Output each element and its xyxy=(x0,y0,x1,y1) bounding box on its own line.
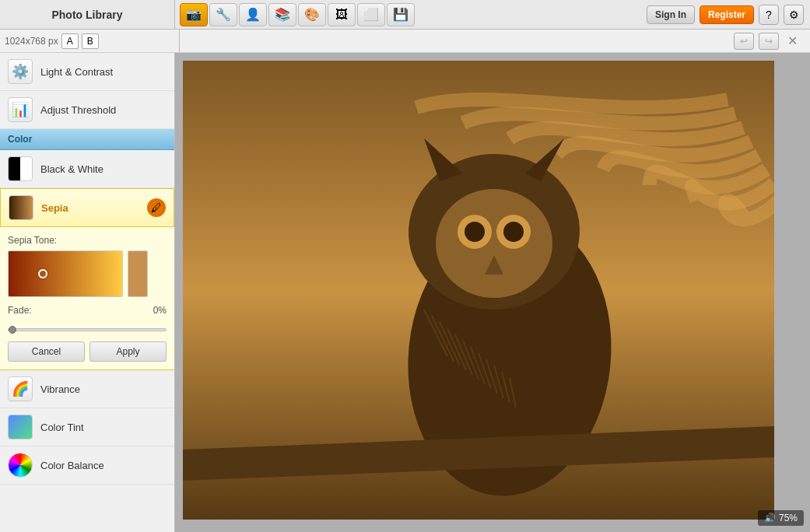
image-size-label: 1024x768 px xyxy=(5,36,58,47)
zoom-value: 75% xyxy=(779,513,798,523)
sidebar-item-color-balance[interactable]: Color Balance xyxy=(0,446,174,485)
toolbar-grid-btn[interactable]: ⬜ xyxy=(357,3,385,26)
toolbar-person-btn[interactable]: 👤 xyxy=(239,3,267,26)
gradient-dot[interactable] xyxy=(38,269,47,278)
adjust-threshold-label: Adjust Threshold xyxy=(40,104,116,116)
toolbar-save-btn[interactable]: 💾 xyxy=(387,3,415,26)
undo-button[interactable]: ↩ xyxy=(734,33,754,50)
vibrance-label: Vibrance xyxy=(40,383,80,395)
sepia-tone-label: Sepia Tone: xyxy=(8,235,167,246)
app-title: Photo Library xyxy=(0,0,175,29)
settings-button[interactable]: ⚙ xyxy=(784,5,804,25)
toolbar: 📷 🔧 👤 📚 🎨 🖼 ⬜ 💾 xyxy=(175,3,647,26)
sidebar-item-sepia[interactable]: Sepia 🖊 xyxy=(0,188,174,227)
sidebar-item-black-white[interactable]: Black & White xyxy=(0,150,174,188)
toolbar-paint-btn[interactable]: 🎨 xyxy=(298,3,326,26)
redo-button[interactable]: ↪ xyxy=(759,33,779,50)
gradient-picker[interactable] xyxy=(8,250,123,297)
color-tint-icon xyxy=(8,415,33,439)
adjust-threshold-icon: 📊 xyxy=(8,97,33,122)
sepia-icon xyxy=(9,195,33,220)
b-button[interactable]: B xyxy=(82,33,99,49)
close-button[interactable]: ✕ xyxy=(784,33,801,50)
color-picker-area xyxy=(8,250,167,297)
color-balance-label: Color Balance xyxy=(40,460,104,471)
sub-bar-left: 1024x768 px A B xyxy=(5,30,180,52)
sepia-panel: Sepia Tone: Fade: 0% Cancel Apply xyxy=(0,227,174,370)
sidebar-item-color-tint[interactable]: Color Tint xyxy=(0,408,174,446)
black-white-label: Black & White xyxy=(40,163,103,175)
cancel-button[interactable]: Cancel xyxy=(8,341,85,362)
fade-slider[interactable] xyxy=(8,328,167,331)
color-section-label: Color xyxy=(8,134,32,145)
sidebar-item-vibrance[interactable]: 🌈 Vibrance xyxy=(0,370,174,408)
fade-label: Fade: xyxy=(8,305,32,316)
sidebar: ⚙️ Light & Contrast 📊 Adjust Threshold C… xyxy=(0,53,175,532)
color-swatch xyxy=(128,250,148,297)
vibrance-icon: 🌈 xyxy=(8,376,33,401)
photo-canvas[interactable] xyxy=(183,61,774,520)
fade-value: 0% xyxy=(153,305,167,316)
sepia-buttons: Cancel Apply xyxy=(8,341,167,362)
signin-button[interactable]: Sign In xyxy=(647,5,695,24)
toolbar-camera-btn[interactable]: 📷 xyxy=(180,3,208,26)
toolbar-tools-btn[interactable]: 🔧 xyxy=(209,3,237,26)
sepia-color-picker-btn[interactable]: 🖊 xyxy=(147,198,166,217)
apply-button[interactable]: Apply xyxy=(89,341,167,362)
sidebar-item-light-contrast[interactable]: ⚙️ Light & Contrast xyxy=(0,53,174,91)
help-button[interactable]: ? xyxy=(759,5,779,25)
image-container xyxy=(183,61,774,520)
fade-row: Fade: 0% xyxy=(8,305,167,316)
zoom-icon: 🔊 xyxy=(764,513,776,523)
a-button[interactable]: A xyxy=(61,33,79,49)
light-contrast-icon: ⚙️ xyxy=(8,59,33,84)
zoom-indicator: 🔊 75% xyxy=(758,510,804,526)
color-section-header: Color xyxy=(0,129,174,150)
color-tint-label: Color Tint xyxy=(40,422,84,433)
black-white-icon xyxy=(8,156,33,181)
fade-slider-container xyxy=(8,322,167,334)
register-button[interactable]: Register xyxy=(700,5,754,24)
sub-bar-right: ↩ ↪ ✕ xyxy=(734,33,805,50)
sidebar-item-adjust-threshold[interactable]: 📊 Adjust Threshold xyxy=(0,91,174,129)
canvas-area: 🔊 75% xyxy=(175,53,810,532)
light-contrast-label: Light & Contrast xyxy=(40,66,113,78)
color-balance-icon xyxy=(8,453,33,478)
app-title-text: Photo Library xyxy=(51,9,122,21)
top-right-controls: Sign In Register ? ⚙ xyxy=(647,5,810,25)
sepia-label: Sepia xyxy=(41,202,68,214)
toolbar-frame-btn[interactable]: 🖼 xyxy=(328,3,356,26)
toolbar-layers-btn[interactable]: 📚 xyxy=(268,3,296,26)
